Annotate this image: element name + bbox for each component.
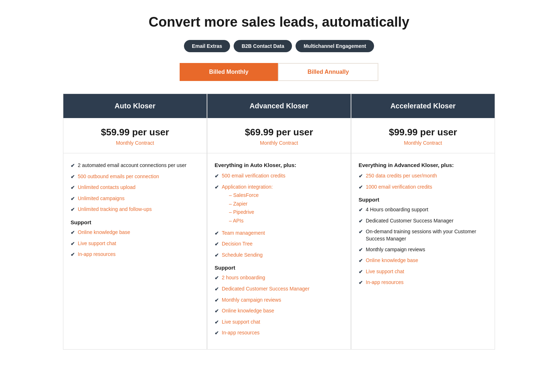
support-text: Live support chat <box>222 319 260 326</box>
feature-text: 1000 email verification credits <box>366 184 432 190</box>
sub-item: – APIs <box>229 217 273 225</box>
check-icon: ✔ <box>359 218 363 225</box>
plan-contract-2: Monthly Contract <box>357 140 489 146</box>
support-item-0-0: ✔Online knowledge base <box>71 229 199 236</box>
check-icon: ✔ <box>215 184 219 191</box>
sub-item: – Pipedrive <box>229 209 273 216</box>
check-icon: ✔ <box>71 206 75 213</box>
plan-price-1: $69.99 per user <box>213 127 345 138</box>
support-text: In-app resources <box>222 329 260 337</box>
feature-text: Decision Tree <box>222 241 253 247</box>
check-icon: ✔ <box>71 174 75 181</box>
support-item-2-6: ✔In-app resources <box>359 279 487 287</box>
support-item-1-1: ✔Dedicated Customer Success Manager <box>215 285 343 293</box>
sub-item: – SalesForce <box>229 192 273 199</box>
plan-contract-1: Monthly Contract <box>213 140 345 146</box>
check-icon: ✔ <box>359 207 363 214</box>
product-tabs: Email Extras B2B Contact Data Multichann… <box>7 40 551 52</box>
support-item-2-1: ✔Dedicated Customer Success Manager <box>359 217 487 225</box>
plan-name-2: Accelerated Kloser <box>351 94 495 118</box>
check-icon: ✔ <box>71 195 75 203</box>
check-icon: ✔ <box>359 247 363 254</box>
feature-text: Team management <box>222 230 265 236</box>
support-title-2: Support <box>359 197 487 203</box>
feature-text: Schedule Sending <box>222 252 263 258</box>
feature-text: 500 email verification credits <box>222 173 285 179</box>
support-item-1-4: ✔Live support chat <box>215 319 343 326</box>
check-icon: ✔ <box>215 330 219 337</box>
support-item-1-3: ✔Online knowledge base <box>215 307 343 315</box>
support-section-0: Support✔Online knowledge base✔Live suppo… <box>71 219 199 258</box>
check-icon: ✔ <box>71 229 75 236</box>
support-item-0-2: ✔In-app resources <box>71 251 199 258</box>
feature-text: Unlimited contacts upload <box>78 184 135 190</box>
plan-features-2: Everything in Advanced Kloser, plus:✔250… <box>351 153 495 299</box>
support-text: Dedicated Customer Success Manager <box>366 217 454 225</box>
check-icon: ✔ <box>215 297 219 304</box>
feature-item-1-3: ✔Decision Tree <box>215 240 343 248</box>
check-icon: ✔ <box>359 173 363 180</box>
feature-text: Unlimited tracking and follow-ups <box>78 206 152 212</box>
check-icon: ✔ <box>215 319 219 326</box>
check-icon: ✔ <box>359 257 363 265</box>
plan-price-section-1: $69.99 per userMonthly Contract <box>207 118 351 153</box>
check-icon: ✔ <box>215 275 219 282</box>
check-icon: ✔ <box>215 173 219 180</box>
support-text: Online knowledge base <box>366 257 418 264</box>
features-intro-2: Everything in Advanced Kloser, plus: <box>359 162 487 168</box>
support-item-0-1: ✔Live support chat <box>71 240 199 248</box>
support-text: Online knowledge base <box>222 307 274 315</box>
page-title: Convert more sales leads, automatically <box>7 14 551 30</box>
support-section-2: Support✔4 Hours onboarding support✔Dedic… <box>359 197 487 287</box>
tab-b2b-contact[interactable]: B2B Contact Data <box>234 40 292 52</box>
tab-email-extras[interactable]: Email Extras <box>184 40 230 52</box>
plan-contract-0: Monthly Contract <box>69 140 201 146</box>
support-title-0: Support <box>71 219 199 225</box>
feature-text: 250 data credits per user/month <box>366 173 437 179</box>
feature-item-2-1: ✔1000 email verification credits <box>359 184 487 191</box>
tab-multichannel[interactable]: Multichannel Engagement <box>296 40 374 52</box>
feature-item-1-0: ✔500 email verification credits <box>215 172 343 180</box>
support-text: 4 Hours onboarding support <box>366 206 428 213</box>
plan-card-1: Advanced Kloser$69.99 per userMonthly Co… <box>207 94 351 350</box>
support-item-2-3: ✔Monthly campaign reviews <box>359 246 487 254</box>
check-icon: ✔ <box>215 241 219 248</box>
feature-text: Unlimited campaigns <box>78 195 125 201</box>
plan-card-2: Accelerated Kloser$99.99 per userMonthly… <box>351 94 495 350</box>
support-item-1-5: ✔In-app resources <box>215 329 343 337</box>
plans-container: Auto Kloser$59.99 per userMonthly Contra… <box>63 94 495 350</box>
check-icon: ✔ <box>215 230 219 237</box>
support-item-2-0: ✔4 Hours onboarding support <box>359 206 487 214</box>
feature-text: 2 automated email account connections pe… <box>78 162 186 168</box>
support-text: On-demand training sessions with your Cu… <box>366 228 487 242</box>
feature-item-0-0: ✔2 automated email account connections p… <box>71 162 199 170</box>
support-item-2-5: ✔Live support chat <box>359 268 487 276</box>
feature-item-1-4: ✔Schedule Sending <box>215 252 343 259</box>
billing-toggle: Billed Monthly Billed Annually <box>7 63 551 81</box>
feature-item-0-3: ✔Unlimited campaigns <box>71 195 199 203</box>
support-text: Monthly campaign reviews <box>222 297 281 304</box>
check-icon: ✔ <box>359 229 363 236</box>
support-text: In-app resources <box>78 251 116 258</box>
plan-price-section-0: $59.99 per userMonthly Contract <box>63 118 207 153</box>
check-icon: ✔ <box>71 251 75 258</box>
billing-monthly-button[interactable]: Billed Monthly <box>180 63 278 81</box>
support-text: Live support chat <box>78 240 116 247</box>
support-text: Monthly campaign reviews <box>366 246 425 253</box>
check-icon: ✔ <box>359 184 363 191</box>
support-text: Dedicated Customer Success Manager <box>222 285 310 293</box>
plan-name-0: Auto Kloser <box>63 94 207 118</box>
support-item-2-2: ✔On-demand training sessions with your C… <box>359 228 487 242</box>
support-item-2-4: ✔Online knowledge base <box>359 257 487 265</box>
check-icon: ✔ <box>359 279 363 287</box>
support-text: Live support chat <box>366 268 404 275</box>
check-icon: ✔ <box>215 252 219 259</box>
support-text: Online knowledge base <box>78 229 130 236</box>
feature-item-1-1: ✔Application integration:– SalesForce– Z… <box>215 184 343 226</box>
plan-features-1: Everything in Auto Kloser, plus:✔500 ema… <box>207 153 351 349</box>
feature-item-1-2: ✔Team management <box>215 230 343 237</box>
check-icon: ✔ <box>215 286 219 293</box>
billing-annually-button[interactable]: Billed Annually <box>278 63 378 81</box>
feature-text: 500 outbound emails per connection <box>78 174 159 179</box>
support-text: In-app resources <box>366 279 404 286</box>
